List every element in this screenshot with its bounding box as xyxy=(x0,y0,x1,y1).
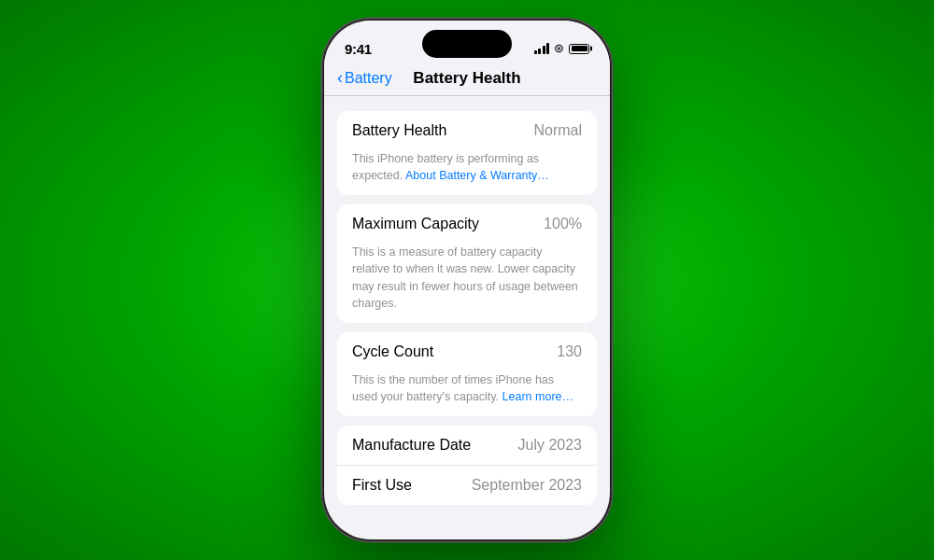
cycle-count-card: Cycle Count 130 This is the number of ti… xyxy=(337,332,597,416)
first-use-label: First Use xyxy=(352,477,412,494)
battery-health-card: Battery Health Normal This iPhone batter… xyxy=(337,111,597,195)
dynamic-island xyxy=(422,30,512,58)
max-capacity-label: Maximum Capacity xyxy=(352,216,479,232)
back-button-label: Battery xyxy=(345,70,392,87)
phone-screen: 9:41 ⊛ ‹ Battery xyxy=(324,21,610,539)
status-time: 9:41 xyxy=(345,41,372,57)
back-button[interactable]: ‹ Battery xyxy=(337,69,392,88)
signal-bar-2 xyxy=(538,49,541,54)
signal-bar-3 xyxy=(543,46,545,54)
cycle-count-label: Cycle Count xyxy=(352,343,433,360)
battery-icon xyxy=(569,44,589,54)
cycle-count-row: Cycle Count 130 xyxy=(337,332,597,371)
max-capacity-card: Maximum Capacity 100% This is a measure … xyxy=(337,204,597,323)
signal-bar-1 xyxy=(534,50,537,54)
cycle-count-value: 130 xyxy=(557,343,582,360)
content-area: Battery Health Normal This iPhone batter… xyxy=(324,96,610,539)
dates-card: Manufacture Date July 2023 First Use Sep… xyxy=(337,426,597,505)
status-icons: ⊛ xyxy=(534,43,590,55)
page-title: Battery Health xyxy=(413,69,520,88)
manufacture-date-value: July 2023 xyxy=(518,437,583,454)
wifi-icon: ⊛ xyxy=(554,41,564,55)
cycle-count-description: This is the number of times iPhone has u… xyxy=(337,371,597,416)
manufacture-date-label: Manufacture Date xyxy=(352,437,471,454)
navigation-bar: ‹ Battery Battery Health xyxy=(324,65,610,96)
battery-fill xyxy=(572,46,587,51)
battery-health-row: Battery Health Normal xyxy=(337,111,597,150)
battery-health-label: Battery Health xyxy=(352,122,446,139)
status-bar: 9:41 ⊛ xyxy=(324,21,610,65)
about-battery-warranty-link[interactable]: About Battery & Warranty… xyxy=(405,169,549,182)
signal-icon xyxy=(534,43,550,54)
phone-frame: 9:41 ⊛ ‹ Battery xyxy=(322,19,612,541)
battery-body xyxy=(569,44,589,54)
first-use-row: First Use September 2023 xyxy=(337,465,597,505)
back-chevron-icon: ‹ xyxy=(337,68,343,88)
first-use-value: September 2023 xyxy=(472,477,582,494)
learn-more-link[interactable]: Learn more… xyxy=(502,390,573,403)
manufacture-date-row: Manufacture Date July 2023 xyxy=(337,426,597,465)
max-capacity-value: 100% xyxy=(544,216,582,232)
max-capacity-description: This is a measure of battery capacity re… xyxy=(337,244,597,323)
battery-health-value: Normal xyxy=(533,122,582,139)
battery-health-description: This iPhone battery is performing as exp… xyxy=(337,150,597,195)
signal-bar-4 xyxy=(546,43,549,54)
max-capacity-row: Maximum Capacity 100% xyxy=(337,204,597,244)
